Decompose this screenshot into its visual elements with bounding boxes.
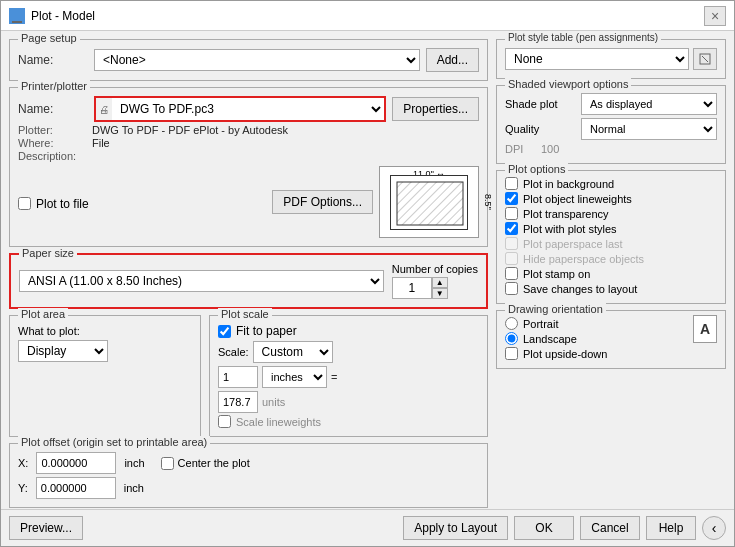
printer-group: Printer/plotter Name: 🖨 DWG To PDF.pc3 P… — [9, 87, 488, 247]
save-changes-row: Save changes to layout — [505, 282, 717, 295]
dpi-row: DPI 100 — [505, 143, 717, 155]
hatch-pattern — [391, 176, 468, 230]
plot-area-scale-row: Plot area What to plot: Display Plot sca… — [9, 315, 488, 437]
plot-paperspace-row: Plot paperspace last — [505, 237, 717, 250]
x-input[interactable] — [36, 452, 116, 474]
dpi-value: 100 — [541, 143, 559, 155]
drawing-orientation-label: Drawing orientation — [505, 303, 606, 315]
drawing-orientation-group: Drawing orientation Portrait Landscape — [496, 310, 726, 369]
left-panel: Page setup Name: <None> Add... Printer/p… — [9, 39, 488, 501]
center-plot-checkbox[interactable] — [161, 457, 174, 470]
preview-box — [390, 175, 468, 230]
pen-table-button[interactable] — [693, 48, 717, 70]
page-setup-select[interactable]: <None> — [94, 49, 420, 71]
where-row: Where: File — [18, 137, 479, 149]
landscape-row: Landscape — [505, 332, 607, 345]
apply-layout-button[interactable]: Apply to Layout — [403, 516, 508, 540]
paper-size-select[interactable]: ANSI A (11.00 x 8.50 Inches) — [19, 270, 384, 292]
plot-styles-row: Plot with plot styles — [505, 222, 717, 235]
y-unit: inch — [124, 482, 144, 494]
plot-offset-group: Plot offset (origin set to printable are… — [9, 443, 488, 508]
page-setup-group: Page setup Name: <None> Add... — [9, 39, 488, 81]
orientation-icon: A — [693, 315, 717, 343]
hide-paperspace-checkbox — [505, 252, 518, 265]
plot-background-row: Plot in background — [505, 177, 717, 190]
plot-transparency-checkbox[interactable] — [505, 207, 518, 220]
help-button[interactable]: Help — [646, 516, 696, 540]
upside-down-row: Plot upside-down — [505, 347, 607, 360]
properties-button[interactable]: Properties... — [392, 97, 479, 121]
paper-size-label: Paper size — [19, 247, 77, 259]
plot-styles-checkbox[interactable] — [505, 222, 518, 235]
printer-name-label: Name: — [18, 102, 88, 116]
quality-label: Quality — [505, 123, 575, 135]
hide-paperspace-row: Hide paperspace objects — [505, 252, 717, 265]
plot-lineweights-checkbox[interactable] — [505, 192, 518, 205]
plot-lineweights-label: Plot object lineweights — [523, 193, 632, 205]
printer-select[interactable]: DWG To PDF.pc3 — [112, 98, 384, 120]
portrait-radio[interactable] — [505, 317, 518, 330]
paper-size-group: Paper size ANSI A (11.00 x 8.50 Inches) … — [9, 253, 488, 309]
svg-line-5 — [702, 56, 708, 62]
plot-offset-label: Plot offset (origin set to printable are… — [18, 436, 210, 448]
add-button[interactable]: Add... — [426, 48, 479, 72]
plot-style-table-group: Plot style table (pen assignments) None — [496, 39, 726, 79]
plot-preview-area: 11.0'' ↔ 8.5'' — [379, 166, 479, 238]
upside-down-checkbox[interactable] — [505, 347, 518, 360]
copies-up-arrow[interactable]: ▲ — [432, 277, 448, 288]
plot-stamp-checkbox[interactable] — [505, 267, 518, 280]
ok-button[interactable]: OK — [514, 516, 574, 540]
shaded-viewport-label: Shaded viewport options — [505, 78, 631, 90]
save-changes-checkbox[interactable] — [505, 282, 518, 295]
printer-info: Plotter: DWG To PDF - PDF ePlot - by Aut… — [18, 124, 479, 162]
printer-select-wrapper: 🖨 DWG To PDF.pc3 — [94, 96, 386, 122]
printer-name-row: Name: 🖨 DWG To PDF.pc3 Properties... — [18, 96, 479, 122]
landscape-radio[interactable] — [505, 332, 518, 345]
fit-paper-checkbox[interactable] — [218, 325, 231, 338]
scale-row: Scale: Custom — [218, 341, 479, 363]
plot-to-file-checkbox[interactable] — [18, 197, 31, 210]
pdf-options-button[interactable]: PDF Options... — [272, 190, 373, 214]
copies-input[interactable]: 1 — [392, 277, 432, 299]
preview-height: 8.5'' — [483, 194, 493, 210]
plot-file-row: Plot to file PDF Options... 11.0'' ↔ — [18, 166, 479, 238]
scale-num-input[interactable] — [218, 366, 258, 388]
scale-select[interactable]: Custom — [253, 341, 333, 363]
description-row: Description: — [18, 150, 479, 162]
name-label: Name: — [18, 53, 88, 67]
scale-units2: units — [262, 396, 285, 408]
bottom-buttons-bar: Preview... Apply to Layout OK Cancel Hel… — [1, 509, 734, 546]
pen-table-row: None — [505, 48, 717, 70]
scale-num2-input[interactable] — [218, 391, 258, 413]
window-title: Plot - Model — [31, 9, 95, 23]
printer-label: Printer/plotter — [18, 80, 90, 92]
printer-icon: 🖨 — [99, 104, 109, 115]
hide-paperspace-label: Hide paperspace objects — [523, 253, 644, 265]
pen-table-select[interactable]: None — [505, 48, 689, 70]
plotter-label: Plotter: — [18, 124, 88, 136]
back-button[interactable]: ‹ — [702, 516, 726, 540]
plot-background-checkbox[interactable] — [505, 177, 518, 190]
scale-label: Scale: — [218, 346, 249, 358]
plot-transparency-label: Plot transparency — [523, 208, 609, 220]
cancel-button[interactable]: Cancel — [580, 516, 640, 540]
quality-row: Quality Normal — [505, 118, 717, 140]
plot-options-label: Plot options — [505, 163, 568, 175]
preview-button[interactable]: Preview... — [9, 516, 83, 540]
copies-section: Number of copies 1 ▲ ▼ — [392, 263, 478, 299]
portrait-row: Portrait — [505, 317, 607, 330]
copies-label: Number of copies — [392, 263, 478, 275]
close-button[interactable]: × — [704, 6, 726, 26]
plot-to-file-row: Plot to file — [18, 197, 89, 211]
x-label: X: — [18, 457, 28, 469]
scale-lineweights-label: Scale lineweights — [236, 416, 321, 428]
copies-down-arrow[interactable]: ▼ — [432, 288, 448, 299]
plot-scale-label: Plot scale — [218, 308, 272, 320]
quality-select[interactable]: Normal — [581, 118, 717, 140]
what-to-plot-select[interactable]: Display — [18, 340, 108, 362]
y-input[interactable] — [36, 477, 116, 499]
scale-lineweights-checkbox[interactable] — [218, 415, 231, 428]
plot-background-label: Plot in background — [523, 178, 614, 190]
shade-plot-select[interactable]: As displayed — [581, 93, 717, 115]
scale-units-select[interactable]: inches — [262, 366, 327, 388]
